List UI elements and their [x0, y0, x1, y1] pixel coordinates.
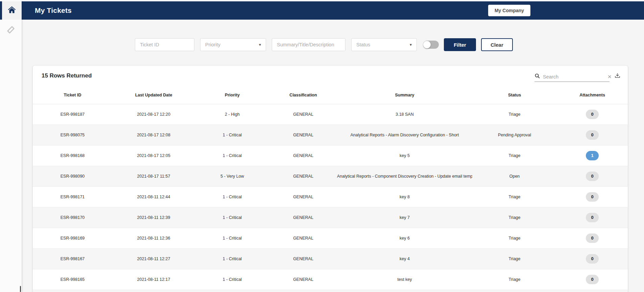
cell-classification: GENERAL — [269, 112, 337, 117]
download-icon[interactable] — [614, 72, 621, 80]
cell-classification: GENERAL — [269, 174, 337, 179]
attachments-badge[interactable]: 0 — [586, 110, 599, 119]
table-row[interactable]: ESR-998168 2021-08-17 12:05 1 - Critical… — [33, 145, 628, 166]
sidebar-scrollbar-thumb[interactable] — [20, 286, 21, 292]
attachments-badge[interactable]: 0 — [586, 172, 599, 181]
attachments-badge[interactable]: 0 — [586, 192, 599, 202]
main-content: Priority ▾ Status ▾ Filter Clear 15 Rows… — [22, 20, 644, 292]
table-row[interactable]: ESR-998090 2021-08-17 11:57 5 - Very Low… — [33, 166, 628, 187]
cell-last-updated: 2021-08-11 12:39 — [112, 215, 195, 220]
attachments-badge[interactable]: 0 — [586, 213, 599, 222]
ticket-id-input[interactable] — [135, 38, 194, 51]
cell-classification: GENERAL — [269, 153, 337, 158]
cell-ticket-id: ESR-998187 — [33, 112, 112, 117]
ticket-icon — [6, 25, 16, 36]
cell-priority: 1 - Critical — [195, 277, 269, 282]
cell-attachments: 0 — [557, 213, 628, 222]
cell-status: Triage — [472, 112, 557, 117]
table-row-partial[interactable] — [33, 290, 628, 292]
status-select-placeholder: Status — [356, 42, 370, 47]
top-bar: My Tickets My Company — [0, 1, 644, 20]
cell-ticket-id: ESR-998171 — [33, 195, 112, 199]
priority-select[interactable]: Priority ▾ — [200, 38, 266, 51]
cell-classification: GENERAL — [269, 133, 337, 137]
cell-ticket-id: ESR-998090 — [33, 174, 112, 179]
sidebar-item-tickets[interactable] — [0, 24, 22, 37]
table-row[interactable]: ESR-998171 2021-08-11 12:44 1 - Critical… — [33, 187, 628, 207]
attachments-badge[interactable]: 1 — [586, 151, 599, 160]
table-row[interactable]: ESR-998075 2021-08-17 12:08 1 - Critical… — [33, 125, 628, 145]
cell-ticket-id: ESR-998075 — [33, 133, 112, 137]
column-header-classification: Classification — [269, 93, 337, 97]
table-body: ESR-998187 2021-08-17 12:20 2 - High GEN… — [33, 104, 628, 292]
cell-attachments: 0 — [557, 275, 628, 284]
cell-priority: 2 - High — [195, 112, 269, 117]
toggle-knob — [423, 41, 431, 48]
cell-summary: test key — [337, 277, 472, 282]
cell-status: Triage — [472, 256, 557, 261]
table-row[interactable]: ESR-998165 2021-08-11 12:17 1 - Critical… — [33, 269, 628, 290]
cell-priority: 1 - Critical — [195, 153, 269, 158]
cell-status: Triage — [472, 153, 557, 158]
sidebar-item-home[interactable] — [0, 1, 22, 20]
table-row[interactable]: ESR-998167 2021-08-11 12:27 1 - Critical… — [33, 249, 628, 269]
cell-summary: key 5 — [337, 153, 472, 158]
cell-attachments: 0 — [557, 130, 628, 140]
table-row[interactable]: ESR-998170 2021-08-11 12:39 1 - Critical… — [33, 207, 628, 228]
filter-toggle[interactable] — [423, 41, 439, 49]
cell-ticket-id: ESR-998168 — [33, 153, 112, 158]
attachments-badge[interactable]: 0 — [586, 130, 599, 140]
attachments-badge[interactable]: 0 — [586, 275, 599, 284]
column-header-summary: Summary — [337, 93, 472, 97]
table-header: Ticket ID Last Updated Date Priority Cla… — [33, 86, 628, 104]
table-search: ✕ — [534, 72, 610, 82]
cell-last-updated: 2021-08-17 11:57 — [112, 174, 195, 179]
cell-last-updated: 2021-08-11 12:27 — [112, 256, 195, 261]
cell-classification: GENERAL — [269, 215, 337, 220]
cell-status: Open — [472, 174, 557, 179]
cell-priority: 5 - Very Low — [195, 174, 269, 179]
cell-attachments: 1 — [557, 151, 628, 160]
status-select[interactable]: Status ▾ — [351, 38, 417, 51]
cell-classification: GENERAL — [269, 236, 337, 241]
cell-ticket-id: ESR-998165 — [33, 277, 112, 282]
page-title: My Tickets — [35, 6, 72, 15]
column-header-status: Status — [472, 93, 557, 97]
cell-status: Pending Approval — [472, 133, 557, 137]
clear-button[interactable]: Clear — [481, 38, 513, 51]
column-header-attachments: Attachments — [557, 93, 628, 97]
sidebar — [0, 0, 22, 292]
cell-status: Triage — [472, 236, 557, 241]
column-header-last-updated: Last Updated Date — [112, 93, 195, 97]
clear-search-icon[interactable]: ✕ — [606, 74, 613, 80]
cell-summary: Analytical Reports - Component Discovery… — [337, 174, 472, 179]
cell-attachments: 0 — [557, 172, 628, 181]
results-card: 15 Rows Returned ✕ Ticket ID Last Update… — [33, 66, 628, 292]
cell-summary: Analytical Reports - Alarm Discovery Con… — [337, 133, 472, 137]
search-icon — [534, 73, 540, 80]
attachments-badge[interactable]: 0 — [586, 233, 599, 243]
cell-priority: 1 - Critical — [195, 256, 269, 261]
table-row[interactable]: ESR-998169 2021-08-11 12:36 1 - Critical… — [33, 228, 628, 249]
attachments-badge[interactable]: 0 — [586, 254, 599, 264]
chevron-down-icon: ▾ — [259, 42, 261, 47]
cell-ticket-id: ESR-998167 — [33, 256, 112, 261]
table-row[interactable]: ESR-998187 2021-08-17 12:20 2 - High GEN… — [33, 104, 628, 125]
chevron-down-icon: ▾ — [410, 42, 412, 47]
my-company-button[interactable]: My Company — [488, 5, 530, 16]
cell-summary: key 4 — [337, 256, 472, 261]
priority-select-placeholder: Priority — [205, 42, 220, 47]
rows-returned-label: 15 Rows Returned — [42, 72, 92, 79]
summary-input[interactable] — [272, 38, 345, 51]
column-header-priority: Priority — [195, 93, 269, 97]
cell-attachments: 0 — [557, 233, 628, 243]
cell-attachments: 0 — [557, 192, 628, 202]
search-input[interactable] — [543, 74, 606, 80]
cell-priority: 1 - Critical — [195, 215, 269, 220]
cell-last-updated: 2021-08-17 12:05 — [112, 153, 195, 158]
cell-summary: key 7 — [337, 215, 472, 220]
cell-attachments: 0 — [557, 254, 628, 264]
cell-last-updated: 2021-08-11 12:17 — [112, 277, 195, 282]
filter-button[interactable]: Filter — [444, 38, 476, 51]
cell-summary: 3.18 SAN — [337, 112, 472, 117]
